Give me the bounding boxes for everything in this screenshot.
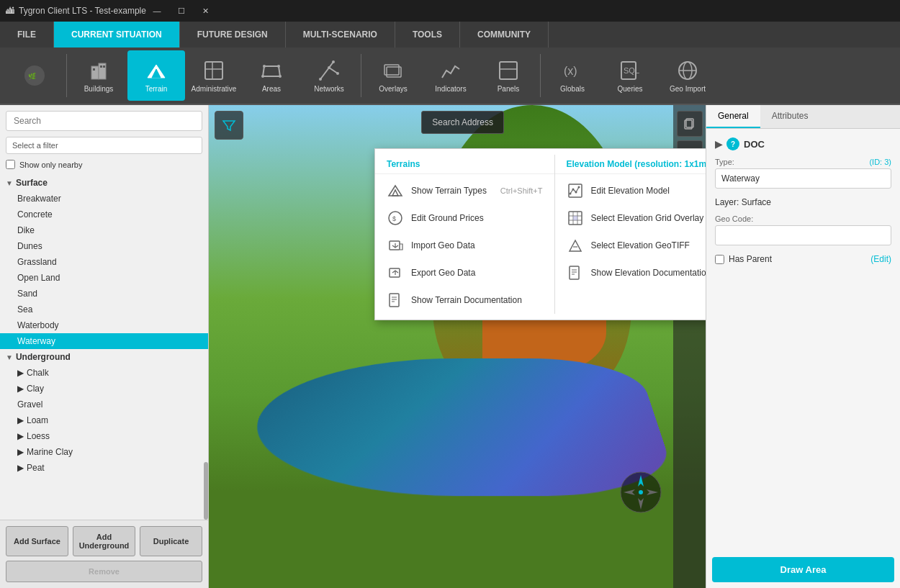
select-elevation-grid-label: Select Elevation Grid Overlay [591, 213, 704, 223]
minimize-button[interactable]: — [146, 4, 168, 18]
toolbar-networks-button[interactable]: Networks [300, 50, 358, 101]
tree-item-gravel[interactable]: Gravel [0, 397, 208, 412]
toolbar-queries-button[interactable]: SQL Queries [601, 50, 659, 101]
toolbar-geo-import-button[interactable]: Geo Import [659, 50, 716, 101]
tab-multi-scenario[interactable]: MULTI-SCENARIO [286, 22, 395, 48]
toolbar-panels-button[interactable]: Panels [480, 50, 537, 101]
tree-item-sea[interactable]: Sea [0, 302, 208, 317]
tree-item-loess[interactable]: ▶ Loess [0, 428, 208, 444]
type-field-row: Type: (ID: 3) [715, 158, 891, 189]
tree-item-waterway[interactable]: Waterway [0, 333, 208, 349]
tree-item-marine-clay[interactable]: ▶ Marine Clay [0, 444, 208, 460]
tree-item-concrete[interactable]: Concrete [0, 207, 208, 222]
dropdown-select-elevation-geotiff[interactable]: Select Elevation GeoTIFF [555, 232, 706, 259]
toolbar-separator-2 [361, 54, 361, 97]
show-nearby-label: Show only nearby [19, 160, 82, 169]
svg-point-20 [336, 72, 339, 75]
tree-item-loam[interactable]: ▶ Loam [0, 412, 208, 428]
add-underground-button[interactable]: Add Underground [73, 526, 135, 556]
svg-rect-9 [205, 62, 222, 79]
tree-item-grassland[interactable]: Grassland [0, 254, 208, 270]
remove-button[interactable]: Remove [6, 561, 202, 582]
toolbar-areas-button[interactable]: Areas [243, 50, 300, 101]
tree-item-dunes[interactable]: Dunes [0, 238, 208, 254]
main-content: Select a filter Show only nearby ▼ Surfa… [0, 105, 900, 588]
tab-future-design[interactable]: FUTURE DESIGN [180, 22, 286, 48]
tree-item-chalk[interactable]: ▶ Chalk [0, 365, 208, 381]
tree-item-breakwater[interactable]: Breakwater [0, 191, 208, 207]
toolbar-indicators-button[interactable]: Indicators [422, 50, 480, 101]
viewport-copy-button[interactable] [677, 111, 703, 137]
right-tab-attributes[interactable]: Attributes [760, 105, 820, 128]
chalk-expand-icon: ▶ [17, 368, 24, 378]
svg-rect-63 [573, 216, 577, 220]
has-parent-label: Has Parent [729, 254, 772, 264]
dropdown-export-geo-data[interactable]: Export Geo Data [375, 259, 554, 286]
toolbar-terrain-button[interactable]: Terrain [127, 50, 185, 101]
copy-icon [683, 117, 696, 130]
show-nearby-checkbox[interactable] [6, 160, 15, 169]
maximize-button[interactable]: ☐ [171, 4, 192, 18]
dropdown-select-elevation-grid[interactable]: Select Elevation Grid Overlay [555, 204, 706, 232]
show-elevation-doc-icon [567, 264, 584, 281]
has-parent-checkbox[interactable] [715, 255, 724, 264]
clay-expand-icon: ▶ [17, 384, 24, 394]
toolbar-overlays-button[interactable]: Overlays [364, 50, 422, 101]
close-button[interactable]: ✕ [195, 4, 217, 18]
type-label-row: Type: (ID: 3) [715, 158, 891, 166]
surface-arrow-icon: ▼ [6, 179, 13, 187]
toolbar-globals-label: Globals [560, 85, 585, 93]
tab-current-situation[interactable]: CURRENT SITUATION [54, 22, 180, 48]
right-panel-tabs: General Attributes [706, 105, 900, 129]
svg-marker-48 [392, 190, 398, 196]
tab-file[interactable]: FILE [0, 22, 54, 48]
draw-area-button[interactable]: Draw Area [712, 557, 894, 582]
dropdown-show-elevation-doc[interactable]: Show Elevation Documentation [555, 259, 706, 286]
svg-text:SQL: SQL [624, 66, 639, 75]
tree-item-sand[interactable]: Sand [0, 286, 208, 302]
toolbar-globals-button[interactable]: (x) Globals [544, 50, 601, 101]
toolbar-terrain-label: Terrain [145, 85, 168, 93]
tab-community[interactable]: COMMUNITY [460, 22, 549, 48]
filter-select[interactable]: Select a filter [6, 137, 202, 154]
show-terrain-doc-icon [387, 291, 404, 309]
svg-point-19 [328, 66, 330, 69]
toolbar-buildings-button[interactable]: Buildings [70, 50, 127, 101]
tree-item-peat[interactable]: ▶ Peat [0, 460, 208, 476]
dropdown-edit-ground-prices[interactable]: $ Edit Ground Prices [375, 204, 554, 232]
edit-link[interactable]: (Edit) [870, 254, 891, 264]
type-input[interactable] [715, 168, 891, 189]
underground-group-label: Underground [16, 352, 71, 362]
search-input[interactable] [6, 111, 202, 131]
doc-icon: ? [726, 137, 739, 150]
tree-item-dike[interactable]: Dike [0, 222, 208, 238]
toolbar-administrative-button[interactable]: Administrative [185, 50, 243, 101]
right-panel-content: ▶ ? DOC Type: (ID: 3) Layer: Surface Geo… [706, 129, 900, 551]
dropdown-show-terrain-types[interactable]: Show Terrain Types Ctrl+Shift+T [375, 177, 554, 204]
underground-group-header[interactable]: ▼ Underground [0, 349, 208, 365]
tree-item-waterbody[interactable]: Waterbody [0, 317, 208, 333]
peat-expand-icon: ▶ [17, 463, 24, 473]
tree-item-clay[interactable]: ▶ Clay [0, 381, 208, 397]
search-address-button[interactable]: Search Address [421, 111, 504, 134]
terrain-dropdown-menu: Terrains Show Terrain Types Ctrl+Shift+T [374, 148, 706, 320]
toolbar-home-button[interactable]: 🌿 [6, 50, 63, 101]
tab-tools[interactable]: TOOLS [395, 22, 460, 48]
window-controls: — ☐ ✕ [146, 4, 217, 18]
type-id-link[interactable]: (ID: 3) [869, 158, 891, 166]
duplicate-button[interactable]: Duplicate [140, 526, 202, 556]
right-tab-general[interactable]: General [706, 105, 760, 128]
dropdown-show-terrain-doc[interactable]: Show Terrain Documentation [375, 286, 554, 314]
administrative-icon [202, 59, 225, 82]
geocode-input[interactable] [715, 225, 891, 245]
show-terrain-types-label: Show Terrain Types [411, 186, 487, 196]
dropdown-import-geo-data[interactable]: Import Geo Data [375, 232, 554, 259]
surface-group-header[interactable]: ▼ Surface [0, 175, 208, 191]
dropdown-edit-elevation-model[interactable]: Edit Elevation Model [555, 177, 706, 204]
navigation-compass[interactable] [619, 471, 662, 516]
tree-item-open-land[interactable]: Open Land [0, 270, 208, 286]
viewport-filter-button[interactable] [215, 111, 243, 140]
show-elevation-doc-label: Show Elevation Documentation [591, 268, 706, 278]
add-surface-button[interactable]: Add Surface [6, 526, 68, 556]
areas-icon [260, 59, 283, 82]
